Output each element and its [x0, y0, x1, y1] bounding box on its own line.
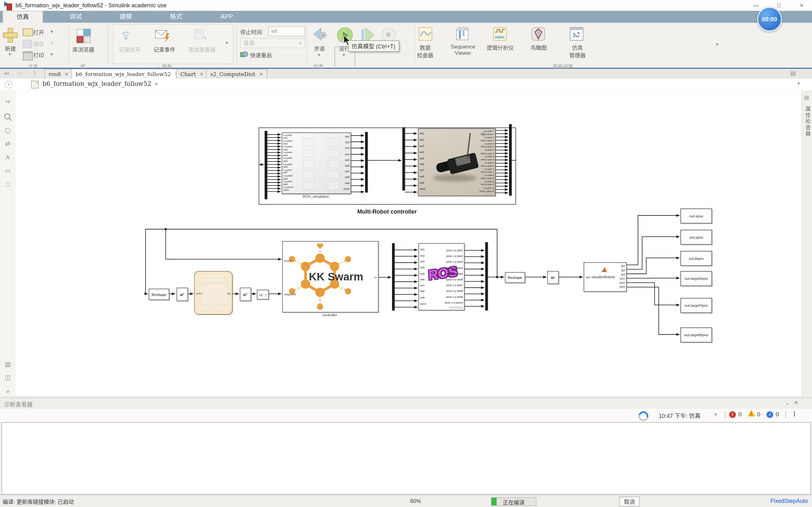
- breadcrumb-expand-icon[interactable]: ▸: [155, 81, 158, 87]
- step-back-caret-icon[interactable]: ▼: [317, 53, 321, 58]
- close-button[interactable]: ×: [793, 0, 811, 10]
- ros-node-block[interactable]: ROS vw1vw2vw3vw4vw5vw6vw7vw8vw9vw10 pose…: [418, 243, 464, 310]
- error-badge-icon[interactable]: !: [729, 411, 736, 418]
- outport-block[interactable]: out.thpos: [680, 251, 712, 266]
- tab-s2-computedist[interactable]: s2_ComputeDist✕: [206, 69, 267, 79]
- tab-b6-formation[interactable]: b6_formation_wjx_leader_follow52✕: [71, 69, 183, 79]
- outport-block[interactable]: out.targetXpos: [680, 271, 712, 286]
- log-events-button[interactable]: 记录事件: [150, 46, 179, 53]
- property-inspector-icon[interactable]: ▤: [804, 95, 809, 101]
- pin-icon[interactable]: ⌄: [785, 399, 790, 406]
- mux-bar[interactable]: [485, 242, 488, 311]
- cancel-button[interactable]: 取消: [619, 497, 640, 506]
- solver-status[interactable]: FixedStepAuto: [770, 498, 808, 504]
- step-back-button[interactable]: 步退: [310, 44, 329, 52]
- fit-to-view-icon[interactable]: ▢: [3, 126, 12, 135]
- screenshot-icon[interactable]: ▤: [3, 360, 12, 369]
- tab-ros8-close-icon[interactable]: ✕: [64, 71, 69, 77]
- mux-bar[interactable]: [509, 124, 511, 195]
- back-arrow-icon[interactable]: ⇦: [4, 70, 9, 77]
- tab-chart[interactable]: Chart✕: [176, 69, 208, 79]
- strip-expand-icon[interactable]: »: [3, 387, 12, 396]
- zoom-icon[interactable]: [3, 112, 12, 121]
- library-browser-button[interactable]: 库浏览器: [67, 46, 99, 53]
- print-caret-icon[interactable]: ▼: [50, 52, 54, 57]
- diagnostic-close-icon[interactable]: ✕: [794, 399, 799, 406]
- new-model-icon[interactable]: [3, 28, 16, 41]
- step-back-icon[interactable]: [311, 27, 328, 43]
- simulation-manager-button[interactable]: 仿真: [562, 43, 593, 51]
- ribbon-tab-format[interactable]: 格式: [156, 11, 196, 23]
- controller-block[interactable]: KK Swarm poses waypoint6 vw: [282, 241, 379, 313]
- robot-photo-block[interactable]: vw1vw2vw3vw4vw5vw6vw7vw8vw9vw10 x-y-yaw-…: [418, 128, 496, 196]
- mux-bar[interactable]: [403, 127, 405, 190]
- browse-back-icon[interactable]: ↪: [3, 97, 12, 106]
- tab-ros8-label[interactable]: ros8: [49, 71, 61, 77]
- logic-analyzer-button[interactable]: 逻辑分析仪: [481, 43, 519, 51]
- tab-list-icon[interactable]: ▤: [790, 70, 796, 76]
- mux-bar[interactable]: [365, 132, 367, 192]
- diagnostic-viewer-header[interactable]: 诊断查看器 ⌄ ✕: [0, 397, 812, 409]
- data-inspector-icon[interactable]: [418, 27, 433, 42]
- tab-s2-computedist-close-icon[interactable]: ✕: [259, 71, 263, 77]
- tab-chart-close-icon[interactable]: ✕: [200, 71, 204, 77]
- fast-restart-button[interactable]: 快速重启: [250, 51, 272, 59]
- birds-eye-icon[interactable]: [531, 27, 546, 42]
- logic-analyzer-icon[interactable]: [493, 27, 507, 42]
- new-caret-icon[interactable]: ▼: [8, 52, 12, 57]
- ribbon-tab-apps[interactable]: APP: [207, 11, 247, 23]
- sequence-viewer-button[interactable]: Sequence: [444, 43, 482, 50]
- transpose-block[interactable]: uT: [240, 288, 251, 301]
- diagnostic-content[interactable]: [2, 422, 811, 495]
- diagnostic-entry-caret-icon[interactable]: ▼: [714, 412, 718, 417]
- open-button[interactable]: 打开: [33, 29, 44, 36]
- diagnostic-time-entry[interactable]: 10:47 下午: 仿真: [659, 411, 701, 419]
- data-inspector-button-line2[interactable]: 检查器: [409, 51, 441, 59]
- ribbon-tab-modeling[interactable]: 建模: [106, 11, 146, 23]
- visualize-robots-block[interactable]: wp1 visualizeRobots xp1xp2xp3xp11xp22xp3…: [583, 262, 627, 292]
- transpose-block[interactable]: uT: [177, 288, 188, 301]
- selector-block[interactable]: U( : ): [257, 290, 269, 299]
- sequence-viewer-icon[interactable]: [456, 27, 470, 42]
- open-caret-icon[interactable]: ▼: [50, 30, 54, 34]
- ribbon-collapse-caret-icon[interactable]: ▼: [715, 43, 719, 47]
- property-inspector-vertical-label[interactable]: 属性检查器: [804, 106, 811, 137]
- viewmark-icon[interactable]: □: [3, 180, 12, 189]
- tab-chart-label[interactable]: Chart: [180, 71, 196, 77]
- mux-bar[interactable]: [264, 131, 267, 199]
- ros-simulation-block[interactable]: x-y-yaw1dot1x-y-yaw2dot2x-y-yaw3dot3x-y-…: [282, 132, 351, 194]
- area-icon[interactable]: ▭: [3, 166, 12, 175]
- log-events-icon[interactable]: [154, 28, 172, 43]
- info-badge-icon[interactable]: i: [766, 411, 773, 418]
- simulation-manager-icon[interactable]: [570, 27, 584, 42]
- print-button[interactable]: 打印: [33, 51, 44, 59]
- print-icon[interactable]: [23, 51, 33, 60]
- sequence-viewer-button-line2[interactable]: Viewer: [444, 50, 482, 56]
- ribbon-tab-debug[interactable]: 调试: [56, 11, 95, 23]
- library-browser-icon[interactable]: [77, 29, 90, 42]
- direction-icon[interactable]: ⇄: [3, 139, 12, 148]
- overflow-menu-icon[interactable]: ⋮: [792, 410, 798, 418]
- stop-time-input[interactable]: inf: [268, 26, 305, 36]
- prepare-expand-caret-icon[interactable]: ▼: [225, 41, 229, 46]
- ribbon-tab-simulation[interactable]: 仿真: [3, 11, 43, 23]
- new-button[interactable]: 新建: [0, 44, 20, 52]
- fast-restart-icon[interactable]: [241, 51, 248, 57]
- tab-b6-formation-label[interactable]: b6_formation_wjx_leader_follow52: [75, 71, 171, 77]
- outport-block[interactable]: out.targetthpos: [680, 327, 712, 342]
- waypoint-subsystem-block[interactable]: poses wp: [194, 271, 233, 315]
- reshape-block[interactable]: Reshape: [505, 272, 525, 283]
- transpose-block[interactable]: uT: [548, 271, 559, 284]
- run-caret-icon[interactable]: ▼: [342, 53, 346, 58]
- reshape-block[interactable]: Reshape: [149, 289, 169, 300]
- birds-eye-button[interactable]: 鸟瞰图: [523, 43, 554, 51]
- open-folder-icon[interactable]: [23, 29, 33, 36]
- tab-ros8[interactable]: ros8✕: [44, 69, 72, 79]
- mux-bar[interactable]: [392, 243, 394, 310]
- data-inspector-button[interactable]: 数据: [409, 43, 441, 51]
- outport-block[interactable]: out.xpos: [680, 209, 712, 223]
- breadcrumb-dropdown-icon[interactable]: ▾: [798, 81, 800, 87]
- outport-block[interactable]: out.ypos: [680, 230, 712, 245]
- breadcrumb-history-icon[interactable]: ▾: [5, 81, 12, 89]
- annotation-icon[interactable]: A: [3, 153, 12, 162]
